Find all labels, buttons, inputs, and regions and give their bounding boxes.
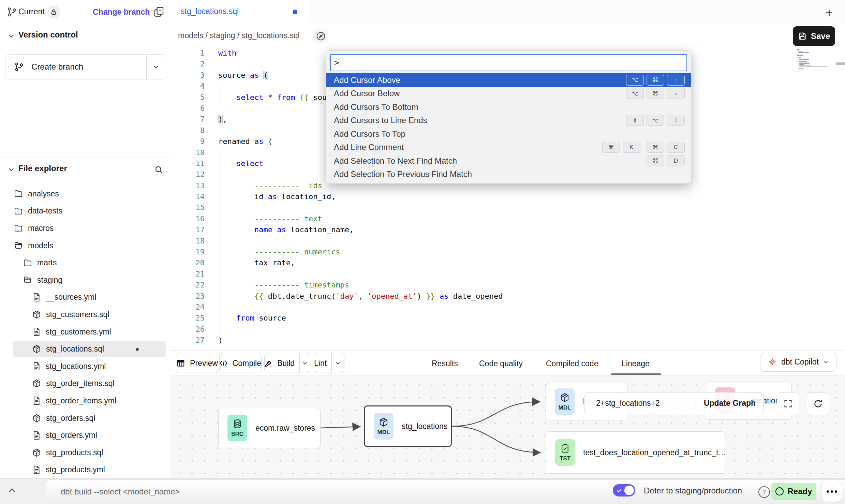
copy-icon[interactable] [153,6,164,18]
code-line-27[interactable]: 27) [171,335,845,346]
palette-item-add-cursor-above[interactable]: Add Cursor Above⌥⌘↑ [326,73,691,87]
file-tree-item-data-tests[interactable]: data-tests [0,203,171,220]
new-tab-button[interactable]: + [826,6,833,20]
branch-lock-badge [47,5,60,18]
more-options-button[interactable] [821,481,842,502]
lock-icon [50,9,57,15]
key-badge: ⌥ [626,88,644,99]
file-tree-item-stg-orders-yml[interactable]: stg_orders.yml [0,427,171,444]
code-line-20[interactable]: 20 tax_rate, [171,257,845,268]
file-tree-item-stg-locations-sql[interactable]: stg_locations.sql [0,340,171,358]
ready-label: Ready [787,487,812,496]
create-branch-dropdown[interactable] [146,55,166,79]
compass-icon[interactable] [314,29,328,43]
code-line-21[interactable]: 21 [171,269,845,280]
lineage-search-input[interactable]: 2+stg_locations+2 [584,392,696,414]
help-icon[interactable]: ? [758,486,770,498]
file-tree-item-stg-locations-yml[interactable]: stg_locations.yml [0,358,171,375]
change-branch-link[interactable]: Change branch [93,8,150,17]
file-tree-item-marts[interactable]: marts [0,254,171,271]
tab-code-quality[interactable]: Code quality [479,359,523,368]
code-line-25[interactable]: 25 from source [171,313,845,324]
file-tree-item-stg-order-items-yml[interactable]: stg_order_items.yml [0,392,171,410]
source-badge: SRC [227,415,247,441]
file-tree-item-staging[interactable]: staging [0,271,171,289]
copilot-label: dbt Copilot [781,357,819,367]
minimap[interactable] [797,48,835,71]
update-graph-button[interactable]: Update Graph [696,392,764,414]
defer-toggle[interactable] [613,484,635,496]
table-icon [176,359,185,368]
palette-item-add-cursors-to-bottom[interactable]: Add Cursors To Bottom [326,100,691,114]
lineage-node-stg-locations[interactable]: MDL stg_locations [364,405,452,447]
code-line-16[interactable]: 16 ---------- text [171,213,845,224]
file-tree-item-stg-products-yml[interactable]: stg_products.yml [0,461,171,479]
compile-button[interactable]: Compile [219,353,262,373]
modified-dot-icon [136,348,139,351]
file-tree-item-stg-products-sql[interactable]: stg_products.sql [0,444,171,461]
lint-dropdown[interactable] [331,353,344,373]
palette-item-add-line-comment[interactable]: Add Line Comment⌘K⌘C [326,141,691,154]
build-dropdown[interactable] [299,353,310,373]
file-explorer-header[interactable]: File explorer [0,164,171,179]
code-line-19[interactable]: 19 ---------- numerics [171,247,845,257]
code-line-22[interactable]: 22 ---------- timestamps [171,280,845,291]
version-control-header[interactable]: Version control [0,30,171,45]
search-icon[interactable] [154,165,164,175]
file-tree-item-stg-customers-sql[interactable]: stg_customers.sql [0,306,171,323]
current-branch-label: Current [18,7,45,16]
dbt-command-input[interactable] [60,484,368,499]
key-badge: ⌘ [647,155,664,166]
defer-label: Defer to staging/production [644,486,742,495]
lineage-node-test[interactable]: TST test_does_location_opened_at_trunc_t… [546,431,725,474]
chevron-down-icon [152,63,160,71]
code-line-15[interactable]: 15 [171,202,845,213]
create-branch-button[interactable]: Create branch [5,54,166,79]
palette-item-add-selection-to-next-find-match[interactable]: Add Selection To Next Find Match⌘D [326,154,691,168]
code-line-14[interactable]: 14 id as location_id, [171,191,845,202]
scrollbar-marker[interactable] [836,62,845,65]
lineage-node-source[interactable]: SRC ecom.raw_stores [218,408,321,448]
palette-item-add-selection-to-previous-find-match[interactable]: Add Selection To Previous Find Match [326,168,691,181]
lint-button[interactable]: Lint [314,353,344,373]
chevron-down-icon [335,360,341,367]
code-line-23[interactable]: 23 {{ dbt.date_trunc('day', 'opened_at')… [171,291,845,302]
lineage-canvas[interactable]: SRC ecom.raw_stores MDL stg_locations MD… [171,375,845,479]
fullscreen-button[interactable] [777,392,799,415]
code-line-26[interactable]: 26 [171,324,845,335]
tab-lineage[interactable]: Lineage [622,359,650,368]
file-tree-item-stg-orders-sql[interactable]: stg_orders.sql [0,410,171,427]
lineage-search-bar: 2+stg_locations+2 Update Graph [584,392,845,414]
git-branch-icon [14,62,24,72]
build-button[interactable]: Build [264,353,310,373]
code-line-17[interactable]: 17 name as location_name, [171,224,845,235]
file-tree-item-macros[interactable]: macros [0,220,171,237]
palette-item-add-cursors-to-line-ends[interactable]: Add Cursors to Line Ends⇧⌥I [326,114,691,128]
tab-stg-locations-sql[interactable]: stg_locations.sql [171,0,309,24]
file-tree-item-stg-order-items-sql[interactable]: stg_order_items.sql [0,375,171,392]
preview-button[interactable]: Preview [176,353,218,373]
tab-compiled-code[interactable]: Compiled code [546,359,598,368]
database-icon [232,419,242,429]
save-button[interactable]: Save [793,26,835,46]
tab-results[interactable]: Results [432,359,458,368]
code-line-24[interactable]: 24 [171,302,845,313]
file-tree: analysesdata-testsmacrosmodelsmartsstagi… [0,185,171,478]
file-tree-item-stg-customers-yml[interactable]: stg_customers.yml [0,323,171,341]
palette-item-add-cursor-below[interactable]: Add Cursor Below⌥⌘↓ [326,87,691,101]
palette-item-add-cursors-to-top[interactable]: Add Cursors To Top [326,127,691,141]
code-line-18[interactable]: 18 [171,236,845,247]
file-tree-item--sources-yml[interactable]: __sources.yml [0,289,171,306]
dbt-copilot-button[interactable]: dbt Copilot [760,352,836,372]
refresh-button[interactable] [807,392,829,415]
file-model-icon [32,414,41,423]
folder-open-icon [14,241,23,250]
dbt-ide-app: Current Change branch Version control Cr… [0,0,845,504]
command-palette-input[interactable]: > [330,54,687,71]
file-tree-item-analyses[interactable]: analyses [0,185,171,203]
key-badge: ⇧ [626,115,644,126]
file-model-icon [32,379,41,388]
create-branch-label: Create branch [31,62,83,72]
collapse-panel-button[interactable] [8,487,16,494]
file-tree-item-models[interactable]: models [0,237,171,254]
